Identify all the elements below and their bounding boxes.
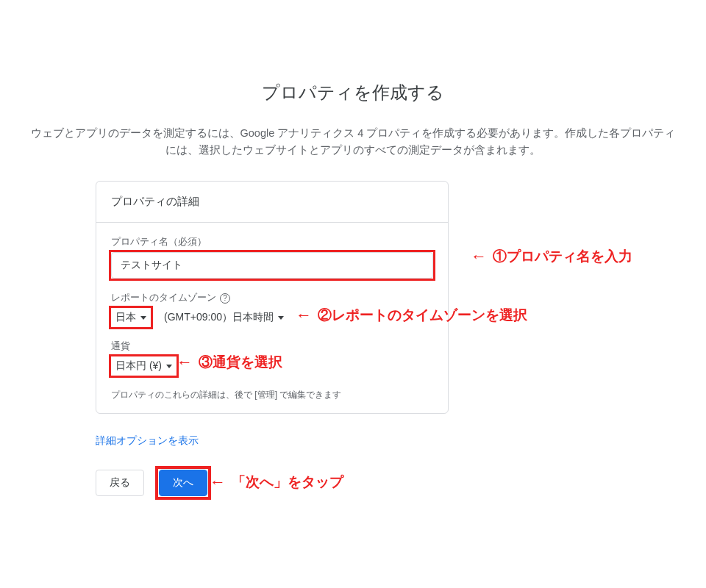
currency-select[interactable]: 日本円 (¥) [111,356,176,376]
timezone-offset-select[interactable]: (GMT+09:00）日本時間 [160,308,288,327]
arrow-left-icon: ← [471,247,487,266]
footer-note: プロパティのこれらの詳細は、後で [管理] で編集できます [111,389,433,401]
arrow-left-icon: ← [176,353,193,372]
annotation-4: ← 「次へ」をタップ [210,473,343,492]
page-title: プロパティを作成する [22,81,684,104]
property-name-label: プロパティ名（必須） [111,236,433,248]
help-icon[interactable]: ? [220,293,230,304]
next-button[interactable]: 次へ [159,470,207,496]
caret-down-icon [166,365,172,368]
arrow-left-icon: ← [210,473,226,492]
back-button[interactable]: 戻る [96,470,144,496]
timezone-country-select[interactable]: 日本 [111,308,151,327]
arrow-left-icon: ← [296,306,312,325]
advanced-options-link[interactable]: 詳細オプションを表示 [96,434,449,448]
intro-text: ウェブとアプリのデータを測定するには、Google アナリティクス 4 プロパテ… [22,125,684,159]
annotation-2: ← ②レポートのタイムゾーンを選択 [296,306,527,325]
card-header: プロパティの詳細 [96,182,448,223]
annotation-3: ← ③通貨を選択 [176,353,282,372]
caret-down-icon [140,316,146,320]
annotation-1: ← ①プロパティ名を入力 [471,247,632,266]
property-name-input[interactable] [111,252,433,279]
timezone-label: レポートのタイムゾーン [111,292,216,304]
caret-down-icon [278,316,284,320]
property-details-card: プロパティの詳細 プロパティ名（必須） レポートのタイムゾーン ? 日本 [96,181,449,414]
currency-label: 通貨 [111,340,433,353]
